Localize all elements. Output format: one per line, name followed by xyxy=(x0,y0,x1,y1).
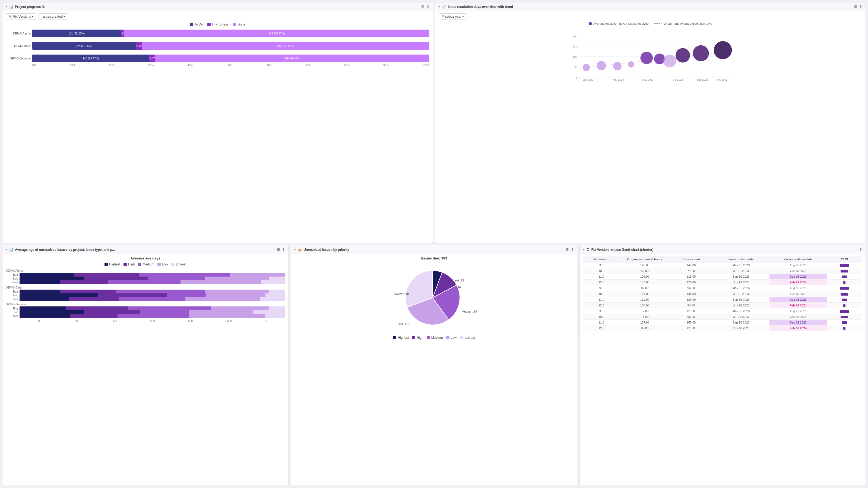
svg-text:Lowest: 118: Lowest: 118 xyxy=(393,292,409,296)
version-label: All Fix Versions xyxy=(9,14,31,19)
collapse-icon[interactable]: ▾ xyxy=(6,5,7,8)
svg-point-12 xyxy=(596,61,606,70)
panel-actions: ⬇ xyxy=(859,247,862,252)
svg-text:Jul 2023: Jul 2023 xyxy=(673,78,683,81)
avg-age-panel-header: ▾ 📊 Average age of unresolved issues by … xyxy=(2,245,288,254)
avg-age-panel: ▾ 📊 Average age of unresolved issues by … xyxy=(2,245,288,486)
panel-title-left: ▾ 📊 Average age of unresolved issues by … xyxy=(6,247,115,252)
group-label: DEMO Beta xyxy=(6,286,285,289)
panel-actions: ⊞ ⬇ xyxy=(854,5,862,9)
svg-text:May 2023: May 2023 xyxy=(642,78,654,81)
svg-point-17 xyxy=(663,55,676,68)
gantt-row: 9.0143.00149.00May 16 2023Aug 16 2023 xyxy=(583,263,862,268)
age-bar-row: Story xyxy=(6,280,285,284)
age-bar-row: Epic xyxy=(6,277,285,280)
table-icon[interactable]: ⊞ xyxy=(854,5,857,9)
age-bar-row: Bug xyxy=(6,306,285,310)
svg-text:Sep 2023: Sep 2023 xyxy=(697,78,708,81)
gantt-row: 9.082.0096.00May 16 2023Aug 16 2023 xyxy=(583,285,862,291)
panel-actions: ⊞ ⬇ xyxy=(566,247,574,252)
age-bar-row: Story xyxy=(6,314,285,318)
collapse-icon[interactable]: ▾ xyxy=(6,248,7,251)
gantt-row: 10.0114.00134.00Jul 16 2023Oct 16 2023 xyxy=(583,291,862,297)
svg-text:100: 100 xyxy=(573,55,577,58)
issue-resolution-panel: ▾ 📈 Issue resolution days over time with… xyxy=(435,2,866,243)
issue-resolution-panel-header: ▾ 📈 Issue resolution days over time with… xyxy=(435,2,866,11)
gantt-row: 12.0108.0094.00Nov 16 2023Feb 16 2024 xyxy=(583,302,862,308)
gantt-row: 12.0135.00120.00Nov 16 2023Feb 16 2024 xyxy=(583,279,862,285)
panel-actions: ⊞ ⬇ xyxy=(421,5,429,9)
panel-title-left: ▾ 🥧 Unresolved issues by priority xyxy=(294,247,349,252)
panel-title-left: ▾ 📊 Project progress % xyxy=(6,5,44,9)
panel-title: Unresolved issues by priority xyxy=(304,248,349,252)
gantt-row: 10.078.0096.00Jul 16 2023Oct 20 2023 xyxy=(583,314,862,319)
panel-title-left: ▾ 📈 Issue resolution days over time with… xyxy=(439,5,513,9)
svg-text:Nov 2023: Nov 2023 xyxy=(716,78,727,81)
bar-row: DEMO Alpha101 (22.25%)4 (0.88%)349 (76.8… xyxy=(6,30,429,37)
project-progress-panel-header: ▾ 📊 Project progress % ⊞ ⬇ xyxy=(2,2,433,11)
svg-point-14 xyxy=(628,61,634,68)
project-progress-panel: ▾ 📊 Project progress % ⊞ ⬇ All Fix Versi… xyxy=(2,2,433,243)
version-filter-btn[interactable]: All Fix Versions ▾ xyxy=(6,13,36,20)
download-icon[interactable]: ⬇ xyxy=(282,247,285,252)
bar-row: DEMO Gamma140 (29.47%)7 (1.47%)328 (69.0… xyxy=(6,55,429,62)
avg-age-panel-body: Average age days Highest High Medium Low… xyxy=(2,254,288,486)
gantt-panel: ▾ 🗓 Fix Version release Gantt chart (sho… xyxy=(580,245,866,486)
download-icon[interactable]: ⬇ xyxy=(859,5,862,9)
gantt-row: 11.0137.00155.00Sep 16 2023Dec 16 2023 xyxy=(583,319,862,325)
gantt-row: 9.072.0081.00May 06 2023Aug 16 2023 xyxy=(583,308,862,314)
download-icon[interactable]: ⬇ xyxy=(859,247,862,252)
svg-text:50: 50 xyxy=(575,66,578,69)
panel-icon: 🥧 xyxy=(298,247,302,252)
bar-row: DEMO Beta124 (26.05%)7 (1.47%)345 (72.48… xyxy=(6,42,429,50)
resolution-chart: 0 50 100 150 200 Jan 2023 Mar 2023 May 2… xyxy=(439,27,862,82)
panel-title-left: ▾ 🗓 Fix Version release Gantt chart (sho… xyxy=(583,247,654,252)
download-icon[interactable]: ⬇ xyxy=(571,247,574,252)
table-icon[interactable]: ⊞ xyxy=(421,5,424,9)
gantt-row: 12.087.0081.00Nov 16 2023Feb 16 2024 xyxy=(583,326,862,331)
age-bar-row: Epic xyxy=(6,310,285,314)
age-bar-row: Story xyxy=(6,297,285,301)
gantt-row: 11.0112.00129.00Sep 16 2023Dec 16 2023 xyxy=(583,297,862,302)
svg-point-11 xyxy=(583,64,590,71)
svg-text:0: 0 xyxy=(576,76,577,79)
svg-point-15 xyxy=(640,52,653,64)
svg-point-18 xyxy=(676,48,690,62)
svg-point-20 xyxy=(714,41,732,59)
svg-text:Low: 112: Low: 112 xyxy=(397,322,410,326)
gantt-row: 10.058.0077.00Jul 16 2023Oct 16 2023 xyxy=(583,268,862,274)
panel-title: Project progress % xyxy=(15,5,44,9)
unresolved-priority-panel-body: Issues due: 383Highest: 22High: 44Medium… xyxy=(291,254,577,486)
table-icon[interactable]: ⊞ xyxy=(566,247,569,252)
panel-actions: ⊞ ⬇ xyxy=(277,247,285,252)
panel-icon: 📊 xyxy=(9,247,13,252)
metric-label: Issues created xyxy=(41,14,63,19)
age-bar-row: Bug xyxy=(6,289,285,294)
metric-filter-btn[interactable]: Issues created ▾ xyxy=(38,13,68,20)
collapse-icon[interactable]: ▾ xyxy=(583,248,585,251)
pie-svg: Highest: 22High: 44Medium: 87Low: 112Low… xyxy=(391,263,477,333)
group-label: DEMO Gamma xyxy=(6,303,285,306)
panel-title: Issue resolution days over time with tre… xyxy=(448,5,513,9)
svg-text:Mar 2023: Mar 2023 xyxy=(613,78,624,81)
panel-icon: 📈 xyxy=(442,5,446,9)
age-bar-row: Epic xyxy=(6,294,285,297)
svg-point-16 xyxy=(654,54,665,64)
gantt-panel-header: ▾ 🗓 Fix Version release Gantt chart (sho… xyxy=(580,245,866,254)
gantt-row: 11.0109.00118.00Sep 16 2023Dec 16 2023 xyxy=(583,274,862,279)
panel-icon: 🗓 xyxy=(586,247,590,252)
download-icon[interactable]: ⬇ xyxy=(426,5,429,9)
prev-year-btn[interactable]: Previous year ▾ xyxy=(439,13,467,20)
unresolved-priority-panel-header: ▾ 🥧 Unresolved issues by priority ⊞ ⬇ xyxy=(291,245,577,254)
svg-text:Jan 2023: Jan 2023 xyxy=(583,78,593,81)
dashboard: ▾ 📊 Project progress % ⊞ ⬇ All Fix Versi… xyxy=(0,0,868,488)
panel-title: Average age of unresolved issues by proj… xyxy=(15,248,115,252)
gantt-table: Fix VersionOriginal estimated hoursHours… xyxy=(583,256,862,331)
collapse-icon[interactable]: ▾ xyxy=(439,5,440,8)
collapse-icon[interactable]: ▾ xyxy=(294,248,296,251)
panel-title: Fix Version release Gantt chart (shorter… xyxy=(591,248,654,252)
project-progress-panel-body: All Fix Versions ▾ Issues created ▾ To D… xyxy=(2,11,433,243)
svg-text:200: 200 xyxy=(573,35,577,38)
issue-resolution-panel-body: Previous year ▾ Average resolution days … xyxy=(435,11,866,243)
table-icon[interactable]: ⊞ xyxy=(277,247,280,252)
